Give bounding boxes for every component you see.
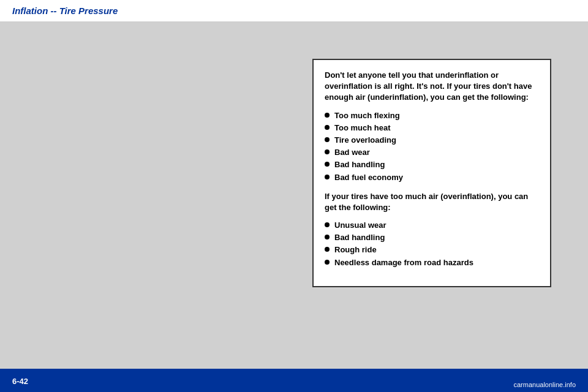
list-item: Rough ride xyxy=(325,244,539,256)
bullet-icon xyxy=(325,162,330,167)
bullet-icon xyxy=(325,247,330,252)
overinflation-list: Unusual wear Bad handling Rough ride Nee… xyxy=(325,219,539,269)
list-item-label: Bad fuel economy xyxy=(334,172,403,183)
bullet-icon xyxy=(325,222,330,227)
list-item: Bad wear xyxy=(325,146,539,159)
list-item: Bad handling xyxy=(325,232,539,244)
list-item-label: Bad handling xyxy=(334,232,385,243)
info-box: Don't let anyone tell you that underinfl… xyxy=(312,59,551,287)
page-number: 6-42 xyxy=(12,377,28,386)
list-item: Bad handling xyxy=(325,159,539,171)
main-content: Don't let anyone tell you that underinfl… xyxy=(0,22,588,369)
footer-bar: 6-42 carmanualonline.info xyxy=(0,370,588,392)
list-item-label: Too much heat xyxy=(334,123,390,134)
page-title: Inflation -- Tire Pressure xyxy=(12,6,118,16)
list-item-label: Tire overloading xyxy=(334,135,396,146)
underinflation-intro: Don't let anyone tell you that underinfl… xyxy=(325,70,539,104)
watermark: carmanualonline.info xyxy=(513,381,576,388)
bullet-icon xyxy=(325,175,330,179)
bullet-icon xyxy=(325,125,330,130)
bullet-icon xyxy=(325,113,330,118)
list-item-label: Bad handling xyxy=(334,159,385,170)
list-item: Too much heat xyxy=(325,122,539,134)
overinflation-intro: If your tires have too much air (overinf… xyxy=(325,191,539,213)
list-item: Unusual wear xyxy=(325,219,539,232)
underinflation-list: Too much flexing Too much heat Tire over… xyxy=(325,110,539,184)
list-item-label: Bad wear xyxy=(334,147,370,158)
bullet-icon xyxy=(325,137,330,142)
list-item-label: Unusual wear xyxy=(334,220,386,231)
list-item: Too much flexing xyxy=(325,110,539,122)
list-item: Tire overloading xyxy=(325,134,539,146)
bullet-icon xyxy=(325,149,330,154)
list-item-label: Rough ride xyxy=(334,244,377,255)
list-item: Bad fuel economy xyxy=(325,172,539,184)
header-bar: Inflation -- Tire Pressure xyxy=(0,0,588,22)
page: Inflation -- Tire Pressure Don't let any… xyxy=(0,0,588,392)
bullet-icon xyxy=(325,235,330,239)
list-item-label: Too much flexing xyxy=(334,110,400,121)
list-item: Needless damage from road hazards xyxy=(325,257,539,269)
bullet-icon xyxy=(325,260,330,265)
list-item-label: Needless damage from road hazards xyxy=(334,257,473,268)
